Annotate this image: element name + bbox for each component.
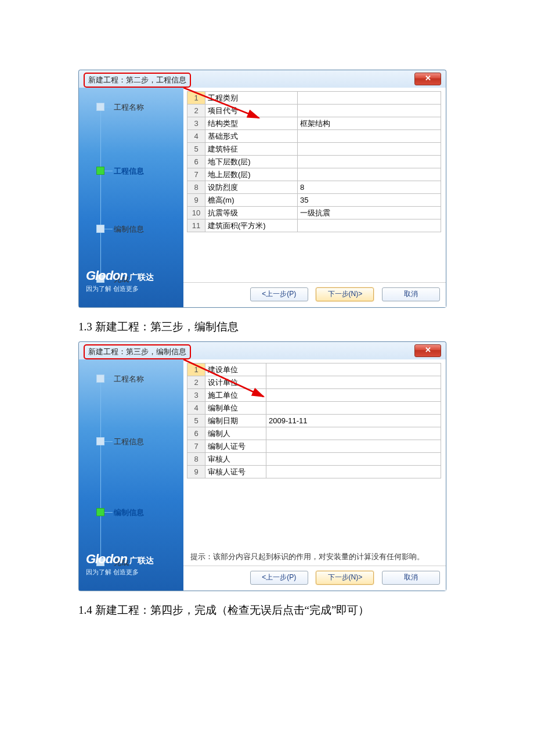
step-marker	[96, 103, 104, 111]
table-row[interactable]: 8审核人	[187, 453, 441, 466]
hint-text: 提示：该部分内容只起到标识的作用，对安装量的计算没有任何影响。	[183, 547, 446, 562]
property-value[interactable]	[266, 363, 441, 376]
dialog-title: 新建工程：第二步，工程信息	[84, 73, 191, 88]
table-row[interactable]: 6编制人	[187, 427, 441, 440]
property-value[interactable]: 35	[298, 194, 441, 207]
property-value[interactable]: 一级抗震	[298, 207, 441, 219]
property-label: 建筑特征	[205, 143, 298, 156]
step-label[interactable]: 工程信息	[114, 166, 144, 177]
property-value[interactable]	[266, 453, 441, 466]
property-value[interactable]	[266, 389, 441, 402]
property-label: 项目代号	[205, 105, 298, 117]
property-label: 基础形式	[205, 130, 298, 143]
row-number: 7	[187, 440, 205, 453]
next-button[interactable]: 下一步(N)>	[316, 571, 374, 585]
table-row[interactable]: 9檐高(m)35	[187, 194, 441, 207]
property-value[interactable]: 2009-11-11	[266, 415, 441, 427]
row-number: 1	[187, 363, 205, 376]
wizard-dialog-step3: 新建工程：第三步，编制信息 ✕ 工程名称	[78, 341, 446, 591]
table-row[interactable]: 7地上层数(层)	[187, 168, 441, 181]
property-value[interactable]	[266, 376, 441, 389]
row-number: 11	[187, 219, 205, 232]
property-value[interactable]	[298, 92, 441, 105]
property-label: 建设单位	[205, 363, 266, 376]
property-value[interactable]	[298, 219, 441, 232]
table-row[interactable]: 4编制单位	[187, 402, 441, 415]
property-value[interactable]	[266, 440, 441, 453]
brand-logo: Glodon	[86, 552, 127, 566]
table-row[interactable]: 10抗震等级一级抗震	[187, 207, 441, 219]
brand-sub: 因为了解 创造更多	[86, 285, 154, 293]
table-row[interactable]: 2项目代号	[187, 105, 441, 117]
property-label: 施工单位	[205, 389, 266, 402]
step-marker	[96, 437, 104, 445]
step-label[interactable]: 工程名称	[114, 374, 144, 384]
brand: Glodon广联达 因为了解 创造更多	[86, 552, 154, 577]
table-row[interactable]: 3结构类型框架结构	[187, 117, 441, 130]
property-label: 抗震等级	[205, 207, 298, 219]
property-value[interactable]	[298, 105, 441, 117]
table-row[interactable]: 6地下层数(层)	[187, 156, 441, 168]
row-number: 7	[187, 168, 205, 181]
wizard-sidebar: 工程名称 工程信息 编制信息 完成	[79, 88, 183, 307]
step-label[interactable]: 工程名称	[114, 102, 144, 113]
property-value[interactable]	[298, 168, 441, 181]
cancel-button[interactable]: 取消	[382, 287, 440, 301]
table-row[interactable]: 5编制日期2009-11-11	[187, 415, 441, 427]
property-label: 建筑面积(平方米)	[205, 219, 298, 232]
property-label: 工程类别	[205, 92, 298, 105]
property-value[interactable]	[266, 466, 441, 478]
table-row[interactable]: 4基础形式	[187, 130, 441, 143]
row-number: 5	[187, 415, 205, 427]
dialog-title-bar: 新建工程：第二步，工程信息 ✕	[79, 70, 446, 88]
prev-button[interactable]: <上一步(P)	[250, 287, 308, 301]
row-number: 6	[187, 156, 205, 168]
brand-sub: 因为了解 创造更多	[86, 568, 154, 577]
next-button[interactable]: 下一步(N)>	[316, 287, 374, 301]
properties-table[interactable]: 1建设单位2设计单位3施工单位4编制单位5编制日期2009-11-116编制人7…	[187, 363, 441, 478]
property-value[interactable]	[266, 402, 441, 415]
brand-cn: 广联达	[129, 556, 154, 565]
cancel-button[interactable]: 取消	[382, 571, 440, 585]
wizard-sidebar: 工程名称 工程信息 编制信息 完成	[79, 359, 183, 591]
row-number: 5	[187, 143, 205, 156]
close-button[interactable]: ✕	[414, 344, 441, 357]
property-label: 编制人	[205, 427, 266, 440]
property-value[interactable]: 8	[298, 181, 441, 194]
step-label[interactable]: 编制信息	[114, 507, 144, 518]
table-row[interactable]: 1建设单位	[187, 363, 441, 376]
step-label[interactable]: 编制信息	[114, 224, 144, 235]
property-label: 审核人证号	[205, 466, 266, 478]
table-row[interactable]: 2设计单位	[187, 376, 441, 389]
wizard-footer: <上一步(P) 下一步(N)> 取消	[183, 282, 446, 307]
property-value[interactable]	[298, 156, 441, 168]
property-value[interactable]	[298, 130, 441, 143]
row-number: 2	[187, 105, 205, 117]
table-row[interactable]: 9审核人证号	[187, 466, 441, 478]
row-number: 3	[187, 117, 205, 130]
table-row[interactable]: 7编制人证号	[187, 440, 441, 453]
property-label: 结构类型	[205, 117, 298, 130]
table-row[interactable]: 5建筑特征	[187, 143, 441, 156]
row-number: 8	[187, 453, 205, 466]
wizard-main: 1建设单位2设计单位3施工单位4编制单位5编制日期2009-11-116编制人7…	[183, 359, 446, 591]
property-value[interactable]	[266, 427, 441, 440]
brand-cn: 广联达	[129, 272, 154, 282]
properties-table[interactable]: 1工程类别2项目代号3结构类型框架结构4基础形式5建筑特征6地下层数(层)7地上…	[187, 91, 441, 232]
wizard-dialog-step2: 新建工程：第二步，工程信息 ✕ 工程名称	[78, 70, 446, 308]
prev-button[interactable]: <上一步(P)	[250, 571, 308, 585]
property-value[interactable]: 框架结构	[298, 117, 441, 130]
property-value[interactable]	[298, 143, 441, 156]
section-caption: 1.4 新建工程：第四步，完成（检查无误后点击“完成”即可）	[78, 603, 534, 618]
close-button[interactable]: ✕	[414, 73, 441, 85]
property-label: 设计单位	[205, 376, 266, 389]
table-row[interactable]: 11建筑面积(平方米)	[187, 219, 441, 232]
brand-logo: Glodon	[86, 268, 127, 283]
table-row[interactable]: 8设防烈度8	[187, 181, 441, 194]
step-label[interactable]: 工程信息	[114, 437, 144, 447]
wizard-footer: <上一步(P) 下一步(N)> 取消	[183, 566, 446, 591]
step-marker	[96, 225, 104, 233]
table-row[interactable]: 1工程类别	[187, 92, 441, 105]
table-row[interactable]: 3施工单位	[187, 389, 441, 402]
row-number: 3	[187, 389, 205, 402]
